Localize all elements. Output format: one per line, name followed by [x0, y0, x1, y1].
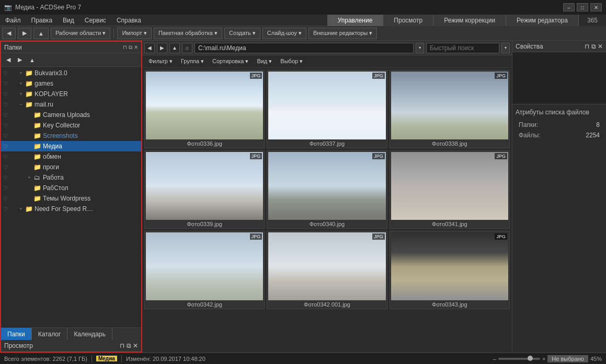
tree-item-temy[interactable]: ♡ + 📁 Темы Wordpress [1, 193, 141, 204]
heart-icon: ♡ [3, 206, 8, 212]
folder-icon: 📁 [33, 132, 41, 139]
tree-item-nfs[interactable]: ♡ + 📁 Need For Speed R… [1, 204, 141, 214]
tree-label: проги [43, 163, 59, 171]
preview-float-button[interactable]: ⧉ [127, 342, 131, 349]
search-dropdown[interactable]: ▾ [501, 43, 510, 53]
toolbar2-nav-back[interactable]: ◀ [3, 55, 14, 64]
zoom-handle[interactable] [528, 356, 533, 361]
folders-title: Папки [4, 44, 22, 51]
zoom-minus-icon[interactable]: – [493, 356, 496, 362]
thumbnail-item[interactable]: JPGФото0342 001.jpg [267, 231, 387, 309]
tree-item-rabota[interactable]: ♡ + 🗂 Работа [1, 172, 141, 183]
thumbnail-item[interactable]: JPGФото0342.jpg [144, 231, 265, 309]
addr-nav-forward[interactable]: ▶ [157, 43, 167, 53]
panel-pin-button[interactable]: ⊓ [123, 44, 127, 51]
tree-item-key-collector[interactable]: ♡ + 📁 Key Collector [1, 120, 141, 131]
toolbar-import[interactable]: Импорт ▾ [117, 28, 152, 39]
main-area: Папки ⊓ ⧉ ✕ ◀ ▶ ▲ ♡ + 📁 Bukvarix3.0 [0, 41, 606, 353]
tree-item-media[interactable]: ♡ + 📁 Медиа [1, 141, 141, 151]
tree-item-camera-uploads[interactable]: ♡ + 📁 Camera Uploads [1, 110, 141, 120]
thumbnail-item[interactable]: JPGФото0337.jpg [267, 70, 387, 148]
tree-item-obmen[interactable]: ♡ + 📁 обмен [1, 151, 141, 162]
thumbnail-image: JPG [391, 232, 508, 300]
tab-folders[interactable]: Папки [1, 328, 32, 340]
expand-icon[interactable]: + [26, 174, 33, 181]
props-float-button[interactable]: ⧉ [591, 43, 596, 50]
close-button[interactable]: ✕ [590, 3, 602, 11]
preview-pin-button[interactable]: ⊓ [120, 342, 124, 349]
toolbar-create[interactable]: Создать ▾ [224, 28, 260, 39]
filter-btn[interactable]: Фильтр ▾ [145, 57, 176, 65]
maximize-button[interactable]: □ [577, 3, 588, 11]
thumbnail-item[interactable]: JPGФото0336.jpg [144, 70, 265, 148]
heart-icon: ♡ [3, 71, 8, 76]
menu-view[interactable]: Вид [58, 16, 79, 25]
props-pin-button[interactable]: ⊓ [585, 43, 589, 50]
expand-icon[interactable]: + [17, 69, 25, 77]
tree-item-koplayer[interactable]: ♡ + 📁 KOPLAYER [1, 89, 141, 99]
toolbar2-nav-up[interactable]: ▲ [26, 56, 38, 64]
tab-365[interactable]: 365 [579, 15, 606, 26]
tab-calendar[interactable]: Календарь [67, 328, 112, 340]
menu-edit[interactable]: Правка [26, 16, 58, 25]
thumbnail-name: Фото0340.jpg [310, 221, 345, 227]
thumbnail-item[interactable]: JPGФото0340.jpg [267, 150, 387, 229]
thumbnail-name: Фото0343.jpg [432, 301, 467, 308]
tree-item-rabstol[interactable]: ♡ + 📁 РабСтол [1, 183, 141, 193]
status-changed: Изменён: 20.09.2017 10:48:20 [126, 356, 205, 362]
folder-icon: 📁 [33, 143, 41, 150]
zoom-slider[interactable] [498, 358, 540, 360]
view-btn[interactable]: Вид ▾ [254, 57, 275, 65]
thumbnail-badge: JPG [495, 73, 507, 79]
tab-manage[interactable]: Управление [327, 15, 384, 26]
tree-item-mailru[interactable]: ♡ – 📁 mail.ru [1, 99, 141, 110]
zoom-plus-icon[interactable]: + [542, 356, 545, 362]
thumbnail-item[interactable]: JPGФото0338.jpg [390, 70, 510, 148]
expand-icon[interactable]: + [17, 205, 25, 213]
toolbar-slideshow[interactable]: Слайд-шоу ▾ [262, 28, 306, 39]
tab-view[interactable]: Просмотр [383, 15, 433, 26]
addr-home[interactable]: ⌂ [182, 43, 192, 53]
menu-service[interactable]: Сервис [79, 16, 111, 25]
tab-edit[interactable]: Режим редактора [506, 15, 579, 26]
tab-correct[interactable]: Режим коррекции [433, 15, 506, 26]
tree-item-progi[interactable]: ♡ + 📁 проги [1, 162, 141, 172]
expand-icon[interactable]: + [17, 80, 25, 87]
props-close-button[interactable]: ✕ [598, 43, 603, 50]
toolbar-workspaces[interactable]: Рабочие области ▾ [51, 28, 111, 39]
group-btn[interactable]: Группа ▾ [178, 57, 207, 65]
thumbnail-item[interactable]: JPGФото0339.jpg [144, 150, 265, 229]
preview-close-button[interactable]: ✕ [133, 342, 138, 349]
thumbnail-item[interactable]: JPGФото0343.jpg [390, 231, 510, 309]
toolbar-external-editors[interactable]: Внешние редакторы ▾ [308, 28, 377, 39]
search-input[interactable] [426, 43, 499, 53]
panel-close-button[interactable]: ✕ [134, 44, 138, 51]
thumbnail-name: Фото0342 001.jpg [304, 301, 350, 308]
toolbar-nav-forward[interactable]: ▶ [18, 28, 31, 39]
tab-catalog[interactable]: Каталог [32, 328, 68, 340]
toolbar-nav-back[interactable]: ◀ [2, 28, 16, 39]
left-panel: Папки ⊓ ⧉ ✕ ◀ ▶ ▲ ♡ + 📁 Bukvarix3.0 [0, 41, 142, 353]
panel-float-button[interactable]: ⧉ [129, 44, 132, 51]
tree-item-bukvarix[interactable]: ♡ + 📁 Bukvarix3.0 [1, 68, 141, 78]
toolbar2-nav-forward[interactable]: ▶ [15, 55, 25, 64]
heart-icon: ♡ [3, 175, 8, 181]
toolbar-nav-up[interactable]: ▲ [33, 28, 49, 39]
addr-nav-up[interactable]: ▲ [169, 43, 180, 53]
tree-item-games[interactable]: ♡ + 📁 games [1, 78, 141, 89]
addr-nav-back[interactable]: ◀ [144, 43, 155, 53]
expand-icon[interactable]: – [17, 101, 25, 108]
address-input[interactable] [195, 43, 414, 53]
sort-btn[interactable]: Сортировка ▾ [209, 57, 251, 65]
menu-help[interactable]: Справка [111, 16, 146, 25]
address-dropdown[interactable]: ▾ [416, 43, 424, 53]
menu-file[interactable]: Файл [0, 16, 26, 25]
thumbnail-image: JPG [146, 232, 263, 300]
select-btn[interactable]: Выбор ▾ [277, 57, 306, 65]
thumbnail-badge: JPG [495, 153, 507, 159]
tree-item-screenshots[interactable]: ♡ + 📁 Screenshots [1, 131, 141, 141]
minimize-button[interactable]: – [563, 3, 575, 11]
expand-icon[interactable]: + [17, 90, 25, 98]
thumbnail-item[interactable]: JPGФото0341.jpg [390, 150, 510, 229]
toolbar-batch[interactable]: Пакетная обработка ▾ [154, 28, 222, 39]
